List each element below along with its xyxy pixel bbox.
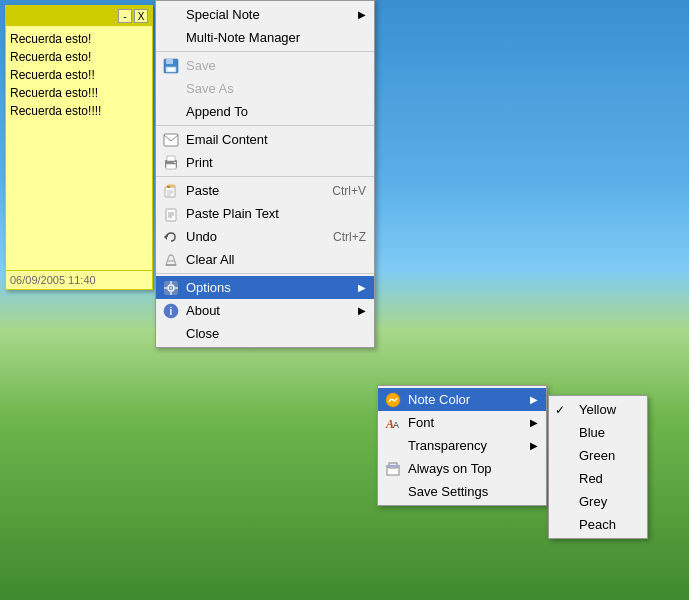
options-label: Options: [186, 280, 231, 295]
save-settings-label: Save Settings: [408, 484, 488, 499]
undo-label: Undo: [186, 229, 217, 244]
menu-item-email[interactable]: Email Content: [156, 128, 374, 151]
email-icon: [162, 131, 180, 149]
svg-rect-36: [386, 465, 400, 467]
save-icon: [162, 57, 180, 75]
menu-item-print[interactable]: Print: [156, 151, 374, 174]
always-on-top-label: Always on Top: [408, 461, 492, 476]
menu-item-about[interactable]: i About ▶: [156, 299, 374, 322]
svg-text:i: i: [170, 306, 173, 317]
clear-all-label: Clear All: [186, 252, 234, 267]
paste-shortcut: Ctrl+V: [312, 184, 366, 198]
separator-4: [156, 273, 374, 274]
paste-icon: [162, 182, 180, 200]
options-menu-note-color[interactable]: Note Color ▶: [378, 388, 546, 411]
sticky-note-timestamp: 06/09/2005 11:40: [6, 270, 152, 289]
sticky-note-line-4: Recuerda esto!!!: [10, 84, 148, 102]
menu-item-options[interactable]: Options ▶: [156, 276, 374, 299]
always-on-top-icon: [384, 460, 402, 478]
separator-2: [156, 125, 374, 126]
options-menu-save-settings[interactable]: Save Settings: [378, 480, 546, 503]
options-menu-always-on-top[interactable]: Always on Top: [378, 457, 546, 480]
menu-item-paste-plain[interactable]: Paste Plain Text: [156, 202, 374, 225]
transparency-label: Transparency: [408, 438, 487, 453]
paste-label: Paste: [186, 183, 219, 198]
menu-item-paste[interactable]: Paste Ctrl+V: [156, 179, 374, 202]
font-label: Font: [408, 415, 434, 430]
menu-item-save[interactable]: Save: [156, 54, 374, 77]
transparency-arrow-icon: ▶: [520, 440, 538, 451]
svg-rect-8: [174, 162, 176, 163]
clear-all-icon: [162, 251, 180, 269]
svg-rect-11: [167, 186, 170, 188]
color-submenu: ✓ Yellow Blue Green Red Grey Peach: [548, 395, 648, 539]
main-context-menu: Special Note ▶ Multi-Note Manager Save S…: [155, 0, 375, 348]
options-menu-font[interactable]: A A Font ▶: [378, 411, 546, 434]
yellow-label: Yellow: [579, 402, 616, 417]
sticky-note-line-1: Recuerda esto!: [10, 30, 148, 48]
options-menu-transparency[interactable]: Transparency ▶: [378, 434, 546, 457]
sticky-note-minimize-button[interactable]: -: [118, 9, 132, 23]
email-label: Email Content: [186, 132, 268, 147]
menu-item-append-to[interactable]: Append To: [156, 100, 374, 123]
options-arrow-icon: ▶: [348, 282, 366, 293]
about-label: About: [186, 303, 220, 318]
peach-label: Peach: [579, 517, 616, 532]
menu-item-save-as[interactable]: Save As: [156, 77, 374, 100]
menu-item-undo[interactable]: Undo Ctrl+Z: [156, 225, 374, 248]
menu-item-clear-all[interactable]: Clear All: [156, 248, 374, 271]
menu-item-multi-note[interactable]: Multi-Note Manager: [156, 26, 374, 49]
save-as-label: Save As: [186, 81, 234, 96]
svg-point-24: [170, 287, 172, 289]
color-peach[interactable]: Peach: [549, 513, 647, 536]
multi-note-label: Multi-Note Manager: [186, 30, 300, 45]
print-icon: [162, 154, 180, 172]
color-red[interactable]: Red: [549, 467, 647, 490]
close-label: Close: [186, 326, 219, 341]
undo-shortcut: Ctrl+Z: [313, 230, 366, 244]
blue-label: Blue: [579, 425, 605, 440]
yellow-check-icon: ✓: [555, 403, 565, 417]
print-label: Print: [186, 155, 213, 170]
color-blue[interactable]: Blue: [549, 421, 647, 444]
svg-rect-6: [167, 156, 175, 161]
sticky-note-line-2: Recuerda esto!: [10, 48, 148, 66]
svg-rect-4: [164, 134, 178, 146]
svg-rect-10: [165, 187, 175, 197]
sticky-note-line-5: Recuerda esto!!!!: [10, 102, 148, 120]
about-arrow-icon: ▶: [348, 305, 366, 316]
sticky-note: - X Recuerda esto! Recuerda esto! Recuer…: [5, 5, 153, 290]
sticky-note-content: Recuerda esto! Recuerda esto! Recuerda e…: [6, 26, 152, 124]
undo-icon: [162, 228, 180, 246]
svg-rect-7: [166, 164, 176, 169]
separator-3: [156, 176, 374, 177]
special-note-arrow-icon: ▶: [348, 9, 366, 20]
svg-text:A: A: [393, 420, 399, 430]
sticky-note-close-button[interactable]: X: [134, 9, 148, 23]
separator-1: [156, 51, 374, 52]
note-color-arrow-icon: ▶: [520, 394, 538, 405]
paste-plain-label: Paste Plain Text: [186, 206, 279, 221]
color-green[interactable]: Green: [549, 444, 647, 467]
options-icon: [162, 279, 180, 297]
font-arrow-icon: ▶: [520, 417, 538, 428]
save-label: Save: [186, 58, 216, 73]
menu-item-special-note[interactable]: Special Note ▶: [156, 3, 374, 26]
about-icon: i: [162, 302, 180, 320]
paste-plain-icon: [162, 205, 180, 223]
sticky-note-titlebar: - X: [6, 6, 152, 26]
grey-label: Grey: [579, 494, 607, 509]
green-label: Green: [579, 448, 615, 463]
color-yellow[interactable]: ✓ Yellow: [549, 398, 647, 421]
svg-rect-1: [166, 59, 173, 64]
menu-item-close[interactable]: Close: [156, 322, 374, 345]
special-note-label: Special Note: [186, 7, 260, 22]
color-grey[interactable]: Grey: [549, 490, 647, 513]
red-label: Red: [579, 471, 603, 486]
note-color-label: Note Color: [408, 392, 470, 407]
note-color-icon: [384, 391, 402, 409]
append-to-label: Append To: [186, 104, 248, 119]
options-submenu: Note Color ▶ A A Font ▶ Transparency ▶ A…: [377, 385, 547, 506]
sticky-note-line-3: Recuerda esto!!: [10, 66, 148, 84]
font-icon: A A: [384, 414, 402, 432]
